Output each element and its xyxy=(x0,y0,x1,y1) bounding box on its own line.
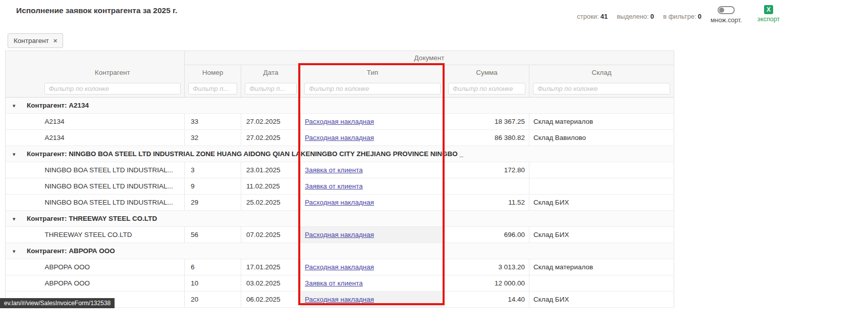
row-expander-cell xyxy=(6,259,23,275)
cell-date: 06.02.2025 xyxy=(241,292,301,308)
row-expander-cell xyxy=(6,227,23,243)
cell-doc-type: Заявка от клиента xyxy=(301,178,445,195)
cell-doc-type: Заявка от клиента xyxy=(301,275,445,292)
filtered-count-value: 0 xyxy=(698,13,701,20)
cell-contragent: NINGBO BOA STEEL LTD INDUSTRIAL... xyxy=(41,195,185,211)
group-label: Контрагент: АВРОРА ООО xyxy=(27,247,115,255)
cell-warehouse: Склад Вавилово xyxy=(529,130,674,146)
cell-warehouse: Склад БИХ xyxy=(529,292,674,308)
row-expander-cell xyxy=(6,195,23,211)
row-blank-cell xyxy=(23,259,41,275)
table-row[interactable]: А21343227.02.2025Расходная накладная86 3… xyxy=(6,130,674,146)
filtered-count: в фильтре:0 xyxy=(663,13,701,20)
document-type-link[interactable]: Заявка от клиента xyxy=(305,166,363,174)
group-cell: ▾Контрагент: АВРОРА ООО xyxy=(6,243,674,259)
rows-count-label: строки: xyxy=(577,13,599,20)
cell-sum: 172.80 xyxy=(445,162,529,178)
document-type-link[interactable]: Расходная накладная xyxy=(305,263,374,271)
cell-contragent: АВРОРА ООО xyxy=(41,275,185,292)
table-stats: строки:41 выделено:0 в фильтре:0 xyxy=(577,13,701,20)
table-row[interactable]: АВРОРА ООО617.01.2025Расходная накладная… xyxy=(6,259,674,275)
header-spacer xyxy=(6,51,185,65)
document-type-link[interactable]: Заявка от клиента xyxy=(305,182,363,190)
cell-date: 27.02.2025 xyxy=(241,130,301,146)
filtered-count-label: в фильтре: xyxy=(663,13,696,20)
document-type-link[interactable]: Расходная накладная xyxy=(305,199,374,206)
export-label: экспорт xyxy=(757,16,780,23)
group-label: Контрагент: THREEWAY STEEL CO.LTD xyxy=(27,215,157,222)
cell-sum xyxy=(445,178,529,195)
cell-warehouse xyxy=(529,178,674,195)
multisort-label: множ.сорт. xyxy=(711,17,742,24)
cell-number: 9 xyxy=(185,178,241,195)
column-header-warehouse[interactable]: Склад xyxy=(529,65,674,80)
group-row[interactable]: ▾Контрагент: А2134 xyxy=(6,98,674,114)
filter-chip-contragent[interactable]: Контрагент × xyxy=(8,33,63,48)
filter-input-date[interactable] xyxy=(245,83,297,94)
table-row[interactable]: NINGBO BOA STEEL LTD INDUSTRIAL...2925.0… xyxy=(6,195,674,211)
cell-sum: 18 367.25 xyxy=(445,114,529,130)
row-blank-cell xyxy=(23,114,41,130)
document-type-link[interactable]: Расходная накладная xyxy=(305,134,374,141)
collapse-group-icon[interactable]: ▾ xyxy=(13,248,20,255)
collapse-group-icon[interactable]: ▾ xyxy=(13,216,20,222)
row-expander-cell xyxy=(6,275,23,292)
chip-close-icon[interactable]: × xyxy=(53,37,58,44)
cell-doc-type: Расходная накладная xyxy=(301,114,445,130)
filter-input-type[interactable] xyxy=(304,83,441,94)
column-header-row: Контрагент Номер Дата Тип Сумма Склад xyxy=(6,65,674,80)
cell-doc-type: Расходная накладная xyxy=(301,195,445,211)
filter-chip-label: Контрагент xyxy=(14,37,49,44)
filter-input-number[interactable] xyxy=(188,83,237,94)
row-expander-cell xyxy=(6,114,23,130)
row-blank-cell xyxy=(23,195,41,211)
table-row[interactable]: NINGBO BOA STEEL LTD INDUSTRIAL...911.02… xyxy=(6,178,674,195)
cell-number: 3 xyxy=(185,162,241,178)
collapse-group-icon[interactable]: ▾ xyxy=(13,151,20,158)
cell-sum: 86 380.82 xyxy=(445,130,529,146)
cell-date: 11.02.2025 xyxy=(241,178,301,195)
multisort-toggle[interactable] xyxy=(718,6,735,14)
row-blank-cell xyxy=(23,178,41,195)
filter-input-sum[interactable] xyxy=(448,83,525,94)
table-row[interactable]: NINGBO BOA STEEL LTD INDUSTRIAL...323.01… xyxy=(6,162,674,178)
filter-spacer xyxy=(23,80,41,98)
group-row[interactable]: ▾Контрагент: NINGBO BOA STEEL LTD INDUST… xyxy=(6,146,674,162)
table-row[interactable]: А21343327.02.2025Расходная накладная18 3… xyxy=(6,114,674,130)
cell-contragent: А2134 xyxy=(41,130,185,146)
column-header-contragent[interactable]: Контрагент xyxy=(41,65,185,80)
row-blank-cell xyxy=(23,130,41,146)
filter-input-warehouse[interactable] xyxy=(533,83,670,94)
rows-count-value: 41 xyxy=(601,13,608,20)
cell-doc-type: Расходная накладная xyxy=(301,259,445,275)
column-header-date[interactable]: Дата xyxy=(241,65,301,80)
column-header-number[interactable]: Номер xyxy=(185,65,241,80)
table-body: ▾Контрагент: А2134А21343327.02.2025Расхо… xyxy=(6,98,674,308)
export-button[interactable]: X экспорт xyxy=(755,5,782,23)
cell-warehouse xyxy=(529,162,674,178)
cell-number: 32 xyxy=(185,130,241,146)
table-row[interactable]: АВРОРА ООО1003.02.2025Заявка от клиента1… xyxy=(6,275,674,292)
multisort-control: множ.сорт. xyxy=(708,6,745,24)
document-type-link[interactable]: Заявка от клиента xyxy=(305,279,363,287)
document-type-link[interactable]: Расходная накладная xyxy=(305,118,374,125)
filter-input-contragent[interactable] xyxy=(44,83,181,94)
group-row[interactable]: ▾Контрагент: THREEWAY STEEL CO.LTD xyxy=(6,211,674,227)
group-cell: ▾Контрагент: THREEWAY STEEL CO.LTD xyxy=(6,211,674,227)
cell-warehouse xyxy=(529,275,674,292)
cell-contragent: А2134 xyxy=(41,114,185,130)
document-type-link[interactable]: Расходная накладная xyxy=(305,231,374,238)
page-title: Исполнение заявок контрагента за 2025 г. xyxy=(16,6,177,15)
cell-number: 20 xyxy=(185,292,241,308)
collapse-group-icon[interactable]: ▾ xyxy=(13,103,20,109)
column-header-sum[interactable]: Сумма xyxy=(445,65,529,80)
blank-column-header xyxy=(23,65,41,80)
cell-date: 23.01.2025 xyxy=(241,162,301,178)
column-group-row: Документ xyxy=(6,51,674,65)
cell-date: 25.02.2025 xyxy=(241,195,301,211)
group-row[interactable]: ▾Контрагент: АВРОРА ООО xyxy=(6,243,674,259)
document-type-link[interactable]: Расходная накладная xyxy=(305,296,374,303)
filter-spacer xyxy=(6,80,23,98)
table-row[interactable]: THREEWAY STEEL CO.LTD5607.02.2025Расходн… xyxy=(6,227,674,243)
column-header-type[interactable]: Тип xyxy=(301,65,445,80)
